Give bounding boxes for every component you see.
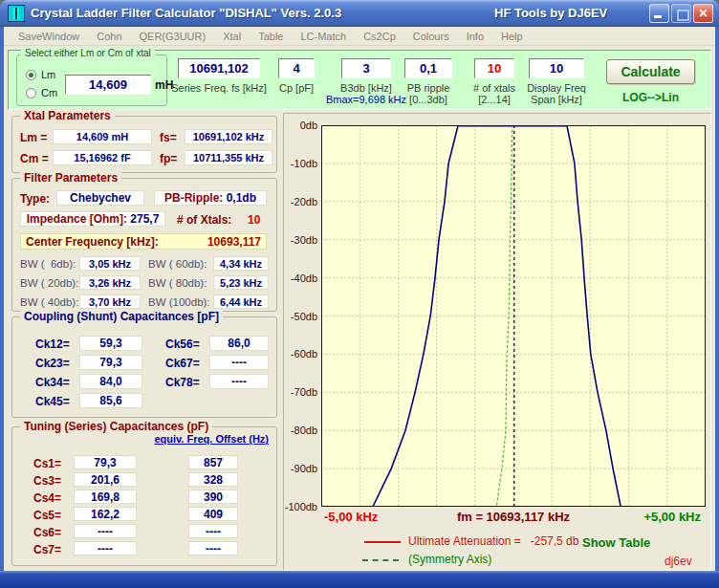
y-axis-tick: -60db <box>284 348 317 359</box>
pb-ripple-display: PB-Ripple: 0,1db <box>154 190 267 206</box>
fs-value: 10691,102 kHz <box>185 129 272 144</box>
menu-info[interactable]: Info <box>458 31 492 42</box>
ck45-value: 85,6 <box>79 393 142 408</box>
xtals-count-value: 10 <box>248 213 260 227</box>
ck45-label: Ck45= <box>35 395 70 408</box>
ck34-label: Ck34= <box>35 376 70 389</box>
equiv-freq-offset-link[interactable]: equiv. Freq. Offset (Hz) <box>154 433 269 445</box>
ultimate-attenuation-legend: Ultimate Attenuation = -257,5 db <box>408 534 578 548</box>
tuning-title: Tuning (Series) Capacitances (pF) <box>20 420 212 433</box>
menu-lc-match[interactable]: LC-Match <box>292 31 355 42</box>
ck12-value: 59,3 <box>79 336 142 351</box>
ck78-value: ---- <box>209 374 269 389</box>
window-bottom-frame <box>0 571 719 588</box>
calculate-button[interactable]: Calculate <box>606 59 695 84</box>
type-label: Type: <box>20 192 50 206</box>
ck56-value: 86,0 <box>209 336 269 351</box>
attenuation-plot <box>321 125 706 507</box>
cs6-value: ---- <box>74 524 137 538</box>
cs5-value: 162,2 <box>74 507 137 521</box>
fp-value: 10711,355 kHz <box>185 150 272 165</box>
filter-parameters-group: Filter Parameters Type: Chebychev PB-Rip… <box>11 178 277 312</box>
y-axis-tick: 0db <box>284 120 317 131</box>
ck78-label: Ck78= <box>165 376 200 389</box>
cs1-value: 79,3 <box>74 455 137 469</box>
b3db-input[interactable]: 3 <box>341 58 391 78</box>
radio-cm[interactable] <box>26 88 36 98</box>
symmetry-axis-line-sample <box>362 559 399 561</box>
cs5-offset: 409 <box>188 507 238 521</box>
menu-savewindow[interactable]: SaveWindow <box>10 31 88 42</box>
menu-cs2cp[interactable]: Cs2Cp <box>355 31 404 42</box>
fs-label: fs= <box>160 131 177 144</box>
ultimate-attenuation-line-sample <box>364 541 401 543</box>
menu-xtal[interactable]: Xtal <box>214 31 250 42</box>
cs4-offset: 390 <box>188 490 238 504</box>
cs1-offset: 857 <box>188 455 238 469</box>
cp-input[interactable]: 4 <box>278 58 315 78</box>
select-group-title: Select either Lm or Cm of xtal <box>21 48 155 58</box>
y-axis-tick: -50db <box>284 311 317 322</box>
maximize-button[interactable] <box>671 4 691 23</box>
pb-ripple-input[interactable]: 0,1 <box>404 58 452 78</box>
display-span-label: Display Freq <box>510 82 603 94</box>
xtal-parameters-group: Xtal Parameters Lm = 14,609 mH fs= 10691… <box>11 116 277 173</box>
cs3-label: Cs3= <box>33 474 61 488</box>
cs4-value: 169,8 <box>74 490 137 504</box>
bw-6db-value: 3,05 kHz <box>79 256 141 271</box>
y-axis-tick: -80db <box>284 425 317 436</box>
menu-colours[interactable]: Colours <box>404 31 458 42</box>
ck23-value: 79,3 <box>79 355 142 370</box>
pb-ripple-display-value: 0,1db <box>227 191 256 205</box>
radio-lm[interactable] <box>26 70 36 80</box>
pb-ripple-display-label: PB-Ripple: <box>164 191 223 205</box>
lm-value-input[interactable]: 14,609 <box>65 75 151 95</box>
y-axis-tick: -40db <box>284 272 317 284</box>
y-axis-tick: -70db <box>284 386 317 398</box>
cs6-offset: ---- <box>188 524 238 538</box>
display-span-input[interactable]: 10 <box>529 58 584 78</box>
bw-80db-label: BW ( 80db): <box>148 277 207 289</box>
response-chart-panel: 0db-10db-20db-30db-40db-50db-60db-70db-8… <box>283 113 711 571</box>
window-title: Crystal Ladder Filter Calculator "DISHAL… <box>31 6 341 20</box>
series-freq-input[interactable]: 10691,102 <box>178 58 260 78</box>
y-axis-tick: -30db <box>284 234 317 246</box>
impedance-display: Impedance [Ohm]: 275,7 <box>20 211 165 227</box>
cs1-label: Cs1= <box>33 457 61 470</box>
num-xtals-input[interactable]: 10 <box>474 58 514 78</box>
show-table-button[interactable]: Show Table <box>582 535 650 550</box>
x-axis-left-label: -5,00 kHz <box>324 510 378 524</box>
menu-cohn[interactable]: Cohn <box>88 31 130 42</box>
bw-80db-value: 5,23 kHz <box>213 275 269 290</box>
coupling-title: Coupling (Shunt) Capacitances [pF] <box>20 310 223 323</box>
ck12-label: Ck12= <box>35 338 70 351</box>
bw-40db-value: 3,70 kHz <box>79 294 141 309</box>
bw-100db-value: 6,44 kHz <box>213 294 269 309</box>
display-span-field: 10 Display Freq Span [kHz] <box>510 58 603 105</box>
series-freq-field: 10691,102 Series Freq. fs [kHz] <box>163 58 274 94</box>
cs7-label: Cs7= <box>33 543 61 556</box>
center-frequency-label: Center Frequency [kHz]: <box>26 235 159 249</box>
radio-cm-label: Cm <box>41 87 57 98</box>
close-button[interactable]: ✕ <box>693 4 713 23</box>
bw-20db-label: BW ( 20db): <box>20 277 78 289</box>
xtal-parameters-title: Xtal Parameters <box>20 109 115 122</box>
app-window: Crystal Ladder Filter Calculator "DISHAL… <box>0 0 719 588</box>
cm-label: Cm = <box>20 152 49 165</box>
y-axis-tick: -20db <box>284 196 317 207</box>
minimize-button[interactable] <box>649 4 669 23</box>
filter-parameters-title: Filter Parameters <box>20 171 121 185</box>
cs3-value: 201,6 <box>74 472 137 487</box>
menu-table[interactable]: Table <box>250 31 292 42</box>
menu-help[interactable]: Help <box>492 31 532 42</box>
lm-label: Lm = <box>20 131 47 144</box>
menu-bar: SaveWindow Cohn QER(G3UUR) Xtal Table LC… <box>4 27 715 46</box>
center-frequency-strip: Center Frequency [kHz]: 10693,117 <box>20 233 267 250</box>
series-freq-label: Series Freq. fs [kHz] <box>163 82 274 94</box>
ck34-value: 84,0 <box>79 374 142 389</box>
menu-qer[interactable]: QER(G3UUR) <box>131 31 215 42</box>
radio-row-cm: Cm <box>26 87 57 98</box>
input-panel: Select either Lm or Cm of xtal Lm Cm 14,… <box>8 50 711 110</box>
log-lin-toggle[interactable]: LOG-->Lin <box>606 91 695 104</box>
cs7-value: ---- <box>74 541 137 555</box>
